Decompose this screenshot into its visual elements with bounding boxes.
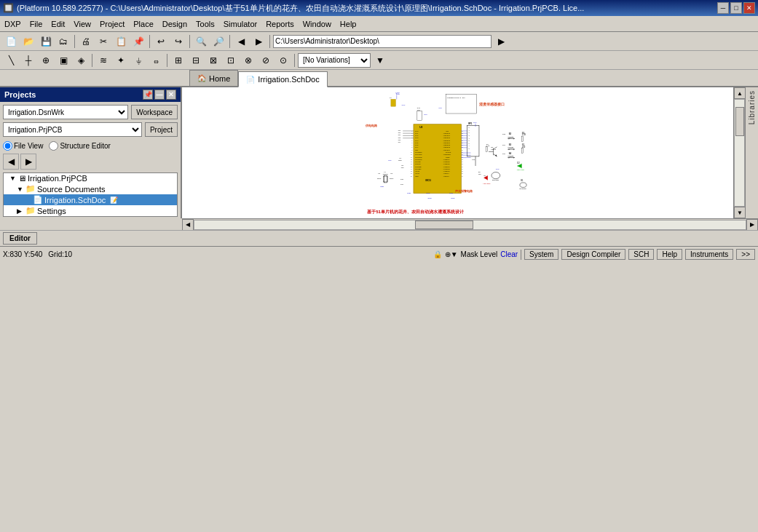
editor-tab[interactable]: Editor	[3, 232, 37, 245]
svg-point-177	[520, 183, 526, 188]
tb-undo[interactable]: ↩	[153, 33, 169, 49]
tab-irrigation-schdoc[interactable]: 📄 Irrigation.SchDoc	[238, 71, 327, 87]
tb2-net[interactable]: ≋	[95, 52, 111, 68]
h-scroll-left-btn[interactable]: ◀	[182, 219, 194, 231]
tb-back[interactable]: ◀	[233, 33, 249, 49]
scroll-down-btn[interactable]: ▼	[734, 207, 746, 218]
svg-text:P1.5: P1.5	[415, 142, 418, 143]
tb2-port[interactable]: ◈	[73, 52, 89, 68]
h-scroll-track[interactable]	[194, 220, 746, 230]
help-btn[interactable]: Help	[657, 249, 682, 260]
tree-item-settings[interactable]: ▶ 📁 Settings	[4, 205, 177, 216]
libraries-panel[interactable]: Libraries	[745, 87, 758, 218]
tb2-gnd[interactable]: ⏛	[148, 52, 164, 68]
path-input[interactable]	[273, 35, 491, 48]
tb-save[interactable]: 💾	[38, 33, 54, 49]
h-scroll-right-btn[interactable]: ▶	[746, 219, 758, 231]
tree-item-source-docs[interactable]: ▼ 📁 Source Documents	[4, 183, 177, 194]
menu-simulator[interactable]: Simulator	[219, 16, 261, 31]
window-title: (Platform 10.589.22577) - C:\Users\Admin…	[17, 3, 717, 14]
project-button[interactable]: Project	[145, 122, 178, 137]
tb2-comp[interactable]: ▣	[55, 52, 71, 68]
menu-tools[interactable]: Tools	[192, 16, 219, 31]
tb2-more3[interactable]: ⊠	[205, 52, 221, 68]
panel-close-btn[interactable]: ✕	[166, 90, 176, 100]
design-compiler-btn[interactable]: Design Compiler	[561, 249, 625, 260]
schdoc-icon: 📄	[246, 76, 255, 84]
tb-copy[interactable]: 📋	[113, 33, 129, 49]
menu-edit[interactable]: Edit	[47, 16, 69, 31]
tb2-var-btn[interactable]: ▼	[372, 52, 388, 68]
tree-item-prjpcb[interactable]: ▼ 🖥 Irrigation.PrjPCB	[4, 173, 177, 183]
tb2-place[interactable]: ⊕	[38, 52, 54, 68]
tb-save-all[interactable]: 🗂	[55, 33, 71, 49]
tb2-vcc[interactable]: ⏚	[130, 52, 146, 68]
v-scroll-track[interactable]	[734, 99, 745, 207]
panel-min-btn[interactable]: —	[154, 90, 165, 100]
workspace-button[interactable]: Workspace	[131, 105, 178, 119]
tb-go[interactable]: ▶	[493, 33, 509, 49]
system-btn[interactable]: System	[524, 249, 558, 260]
tb-open[interactable]: 📂	[20, 33, 36, 49]
nav-back-btn[interactable]: ◀	[3, 154, 19, 170]
tb2-more4[interactable]: ⊡	[223, 52, 239, 68]
svg-text:32: 32	[462, 149, 463, 151]
h-scroll-thumb[interactable]	[415, 221, 473, 229]
panel-pin-btn[interactable]: 📌	[143, 90, 153, 100]
dsnwrk-dropdown[interactable]: Irrigation.DsnWrk	[3, 105, 128, 119]
menu-view[interactable]: View	[69, 16, 95, 31]
menu-project[interactable]: Project	[95, 16, 129, 31]
tb-redo[interactable]: ↪	[170, 33, 186, 49]
svg-text:GND: GND	[426, 192, 430, 194]
menu-file[interactable]: File	[25, 16, 47, 31]
no-variations-select[interactable]: [No Variations]	[298, 53, 371, 68]
maximize-button[interactable]: □	[730, 2, 742, 14]
menu-design[interactable]: Design	[158, 16, 192, 31]
tb-new[interactable]: 📄	[3, 33, 19, 49]
instruments-btn[interactable]: Instruments	[685, 249, 733, 260]
tb2-wire[interactable]: ╲	[3, 52, 19, 68]
prjpcb-dropdown[interactable]: Irrigation.PrjPCB	[3, 122, 142, 137]
svg-text:S3: S3	[509, 143, 512, 146]
tb2-cross[interactable]: ✦	[113, 52, 129, 68]
schdoc-file-icon: 📄	[33, 195, 43, 205]
canvas-area[interactable]: VCC C+ RT1 10K VCC VCC VCC U2 P1.0 P1.1	[182, 87, 733, 218]
svg-text:30: 30	[462, 154, 464, 155]
tab-home[interactable]: 🏠 Home	[189, 70, 238, 86]
tb2-more2[interactable]: ⊟	[188, 52, 204, 68]
tb-zoom-in[interactable]: 🔍	[193, 33, 209, 49]
libraries-label[interactable]: Libraries	[748, 90, 756, 124]
svg-text:(A14)P2.6: (A14)P2.6	[443, 161, 450, 162]
structure-editor-radio[interactable]: Structure Editor	[49, 141, 110, 151]
svg-text:ALE/PROG: ALE/PROG	[443, 154, 451, 155]
file-view-radio[interactable]: File View	[3, 141, 43, 151]
close-button[interactable]: ✕	[743, 2, 755, 14]
menu-place[interactable]: Place	[129, 16, 158, 31]
menu-window[interactable]: Window	[299, 16, 336, 31]
tb2-more6[interactable]: ⊘	[258, 52, 274, 68]
tb-zoom-out[interactable]: 🔎	[210, 33, 226, 49]
tb2-more7[interactable]: ⊙	[275, 52, 291, 68]
menu-dxp[interactable]: DXP	[0, 16, 25, 31]
tb-print[interactable]: 🖨	[78, 33, 94, 49]
sch-btn[interactable]: SCH	[628, 249, 654, 260]
tb-cut[interactable]: ✂	[95, 33, 111, 49]
tb-paste[interactable]: 📌	[130, 33, 146, 49]
tree-item-schdoc[interactable]: 📄 Irrigation.SchDoc 📝	[4, 194, 177, 205]
svg-text:RT1: RT1	[417, 107, 421, 108]
menu-help[interactable]: Help	[336, 16, 361, 31]
tb-forward[interactable]: ▶	[250, 33, 267, 49]
svg-text:10K: 10K	[401, 167, 405, 168]
minimize-button[interactable]: ─	[717, 2, 729, 14]
nav-forward-btn[interactable]: ▶	[20, 154, 36, 170]
scroll-up-btn[interactable]: ▲	[734, 87, 746, 99]
menu-reports[interactable]: Reports	[261, 16, 299, 31]
svg-text:(A13)P2.5: (A13)P2.5	[443, 163, 450, 164]
status-sep-1	[521, 250, 521, 260]
svg-text:P13: P13	[398, 132, 400, 133]
tb2-bus[interactable]: ┼	[20, 52, 36, 68]
tb2-more1[interactable]: ⊞	[170, 52, 186, 68]
tb2-more5[interactable]: ⊗	[240, 52, 256, 68]
more-btn[interactable]: >>	[736, 249, 755, 260]
v-scroll-thumb[interactable]	[735, 107, 744, 136]
